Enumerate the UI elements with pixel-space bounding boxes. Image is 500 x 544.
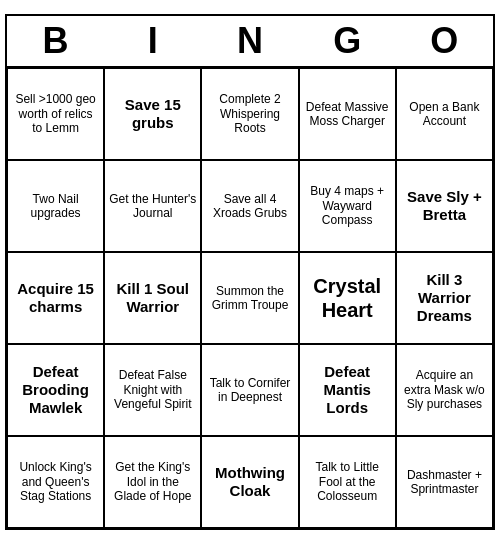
bingo-cell-7[interactable]: Save all 4 Xroads Grubs <box>201 160 298 252</box>
bingo-cell-13[interactable]: Crystal Heart <box>299 252 396 344</box>
bingo-letter-o: O <box>399 20 489 62</box>
bingo-board: BINGO Sell >1000 geo worth of relics to … <box>5 14 495 530</box>
bingo-cell-15[interactable]: Defeat Brooding Mawlek <box>7 344 104 436</box>
bingo-letter-n: N <box>205 20 295 62</box>
bingo-letter-b: B <box>11 20 101 62</box>
bingo-cell-6[interactable]: Get the Hunter's Journal <box>104 160 201 252</box>
bingo-cell-24[interactable]: Dashmaster + Sprintmaster <box>396 436 493 528</box>
bingo-cell-23[interactable]: Talk to Little Fool at the Colosseum <box>299 436 396 528</box>
bingo-cell-8[interactable]: Buy 4 maps + Wayward Compass <box>299 160 396 252</box>
bingo-cell-22[interactable]: Mothwing Cloak <box>201 436 298 528</box>
bingo-cell-5[interactable]: Two Nail upgrades <box>7 160 104 252</box>
bingo-cell-10[interactable]: Acquire 15 charms <box>7 252 104 344</box>
bingo-letter-i: I <box>108 20 198 62</box>
bingo-letter-g: G <box>302 20 392 62</box>
bingo-cell-0[interactable]: Sell >1000 geo worth of relics to Lemm <box>7 68 104 160</box>
bingo-cell-16[interactable]: Defeat False Knight with Vengeful Spirit <box>104 344 201 436</box>
bingo-header: BINGO <box>7 16 493 68</box>
bingo-cell-3[interactable]: Defeat Massive Moss Charger <box>299 68 396 160</box>
bingo-cell-12[interactable]: Summon the Grimm Troupe <box>201 252 298 344</box>
bingo-cell-9[interactable]: Save Sly + Bretta <box>396 160 493 252</box>
bingo-cell-19[interactable]: Acquire an extra Mask w/o Sly purchases <box>396 344 493 436</box>
bingo-cell-21[interactable]: Get the King's Idol in the Glade of Hope <box>104 436 201 528</box>
bingo-cell-4[interactable]: Open a Bank Account <box>396 68 493 160</box>
bingo-grid: Sell >1000 geo worth of relics to LemmSa… <box>7 68 493 528</box>
bingo-cell-14[interactable]: Kill 3 Warrior Dreams <box>396 252 493 344</box>
bingo-cell-20[interactable]: Unlock King's and Queen's Stag Stations <box>7 436 104 528</box>
bingo-cell-17[interactable]: Talk to Cornifer in Deepnest <box>201 344 298 436</box>
bingo-cell-1[interactable]: Save 15 grubs <box>104 68 201 160</box>
bingo-cell-2[interactable]: Complete 2 Whispering Roots <box>201 68 298 160</box>
bingo-cell-18[interactable]: Defeat Mantis Lords <box>299 344 396 436</box>
bingo-cell-11[interactable]: Kill 1 Soul Warrior <box>104 252 201 344</box>
